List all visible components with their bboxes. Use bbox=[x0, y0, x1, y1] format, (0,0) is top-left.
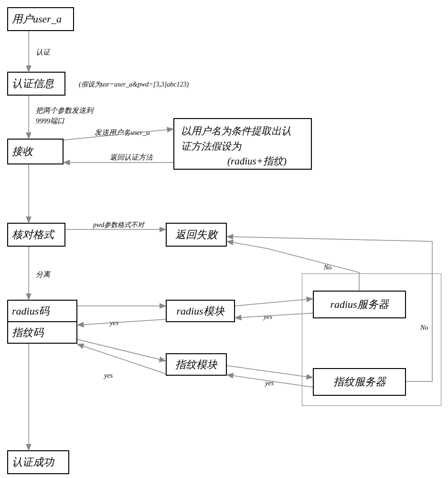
node-success: 认证成功 bbox=[7, 450, 69, 474]
svg-line-8 bbox=[77, 319, 166, 325]
label-senduser: 发送用户名user_a bbox=[95, 128, 150, 137]
node-authinfo: 认证信息 bbox=[7, 72, 65, 96]
label-auth: 认证 bbox=[36, 48, 50, 57]
label-yes2: yes bbox=[264, 313, 272, 321]
node-radiusmod: radius模块 bbox=[166, 300, 235, 322]
node-receive: 接收 bbox=[7, 139, 64, 164]
node-fpcode: 指纹码 bbox=[7, 321, 77, 344]
node-user: 用户user_a bbox=[7, 7, 74, 31]
authinfo-note: (假设为usr=user_a&pwd=[3,3]abc123) bbox=[79, 80, 189, 89]
node-radiusmod-text: radius模块 bbox=[176, 304, 224, 318]
node-authinfo-text: 认证信息 bbox=[12, 76, 54, 91]
node-radiuscode-text: radius码 bbox=[12, 304, 49, 318]
flowchart-canvas: 用户user_a 认证信息 (假设为usr=user_a&pwd=[3,3]ab… bbox=[0, 0, 448, 478]
extract-line2: 证方法假设为 bbox=[181, 139, 241, 154]
node-fail: 返回失败 bbox=[166, 223, 227, 247]
node-check: 核对格式 bbox=[7, 223, 65, 247]
svg-line-9 bbox=[235, 299, 313, 306]
label-no1: No bbox=[324, 264, 331, 272]
extract-line1: 以用户名为条件提取出认 bbox=[181, 124, 291, 139]
label-yes1: yes bbox=[110, 319, 118, 327]
node-fpsrv-text: 指纹服务器 bbox=[333, 375, 386, 389]
svg-line-12 bbox=[77, 344, 166, 374]
node-fpcode-text: 指纹码 bbox=[12, 326, 43, 340]
label-send9999-2: 9999端口 bbox=[36, 117, 64, 126]
node-receive-text: 接收 bbox=[12, 144, 33, 159]
label-yes3: yes bbox=[104, 372, 113, 380]
node-fail-text: 返回失败 bbox=[175, 228, 217, 242]
node-check-text: 核对格式 bbox=[12, 228, 54, 242]
svg-line-13 bbox=[227, 366, 313, 378]
node-fpmod-text: 指纹模块 bbox=[175, 358, 217, 372]
label-no2: No bbox=[420, 324, 428, 332]
node-success-text: 认证成功 bbox=[12, 455, 54, 469]
node-extract: 以用户名为条件提取出认 证方法假设为 (radius+指纹) bbox=[173, 118, 312, 170]
label-send9999-1: 把两个参数发送到 bbox=[36, 106, 93, 115]
node-user-text: 用户user_a bbox=[12, 12, 62, 26]
node-radiuscode: radius码 bbox=[7, 300, 77, 322]
svg-line-10 bbox=[235, 313, 313, 318]
label-split: 分离 bbox=[36, 270, 50, 279]
node-radiussrv-text: radius服务器 bbox=[330, 297, 388, 312]
svg-line-11 bbox=[77, 339, 166, 361]
label-retmethod: 返回认证方法 bbox=[110, 153, 153, 162]
node-fpsrv: 指纹服务器 bbox=[313, 368, 406, 396]
node-radiussrv: radius服务器 bbox=[313, 291, 406, 318]
node-fpmod: 指纹模块 bbox=[166, 353, 227, 376]
extract-line3: (radius+指纹) bbox=[227, 154, 287, 169]
label-pwdbad: pwd参数格式不对 bbox=[93, 221, 144, 229]
label-yes4: yes bbox=[265, 380, 274, 387]
